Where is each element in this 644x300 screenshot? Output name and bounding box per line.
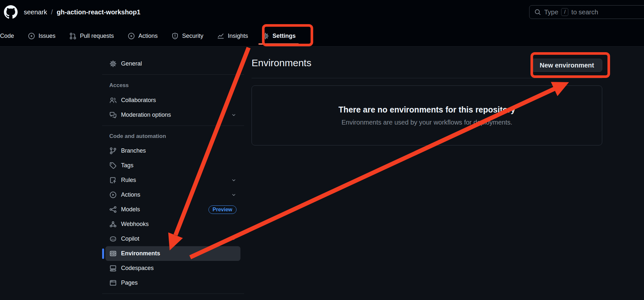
breadcrumb-repo[interactable]: gh-action-react-workshop1 (57, 8, 141, 16)
sidebar-item-label: General (121, 60, 142, 67)
sidebar-item-label: Moderation options (121, 112, 171, 118)
sidebar-item-label: Pages (121, 279, 138, 286)
sidebar-item-models[interactable]: Models Preview (105, 202, 240, 217)
sidebar-item-moderation-options[interactable]: Moderation options (105, 108, 240, 122)
sidebar-item-branches[interactable]: Branches (105, 143, 240, 158)
chevron-down-icon (231, 236, 237, 242)
graph-icon (217, 32, 224, 40)
git-branch-icon (109, 147, 117, 155)
empty-state-title: There are no environments for this repos… (339, 105, 515, 114)
selected-accent-bar (102, 248, 104, 259)
copilot-icon (109, 235, 117, 243)
chevron-down-icon (231, 177, 237, 183)
new-environment-button[interactable]: New environment (531, 59, 602, 72)
top-header: seenark / gh-action-react-workshop1 Type… (0, 0, 644, 47)
sidebar-item-label: Copilot (121, 235, 139, 242)
empty-state-description: Environments are used by your workflows … (342, 119, 513, 126)
tab-code[interactable]: Code (0, 25, 21, 46)
sidebar-divider (102, 293, 244, 294)
settings-sidebar: General Access Collaborators Moderation … (102, 55, 245, 294)
sidebar-item-label: Codespaces (121, 265, 154, 272)
slash-key-hint: / (561, 8, 568, 16)
tab-insights[interactable]: Insights (210, 25, 255, 46)
issue-opened-icon (28, 32, 35, 40)
sidebar-item-rules[interactable]: Rules (105, 173, 240, 188)
sidebar-item-environments[interactable]: Environments (105, 246, 240, 261)
breadcrumb-separator: / (51, 8, 53, 16)
git-pull-request-icon (69, 32, 77, 40)
shield-icon (171, 32, 179, 40)
codespaces-icon (109, 264, 117, 272)
breadcrumb-owner[interactable]: seenark (24, 8, 47, 16)
tab-settings[interactable]: Settings (255, 25, 302, 46)
tab-label: Insights (228, 33, 248, 39)
github-logo-icon[interactable] (4, 5, 18, 19)
gear-icon (109, 60, 117, 68)
sidebar-item-label: Environments (121, 250, 160, 257)
preview-badge: Preview (208, 205, 237, 214)
sidebar-section-access: Access (102, 81, 245, 90)
comment-discussion-icon (109, 111, 117, 119)
page-header: Environments New environment (252, 55, 602, 78)
sidebar-item-label: Rules (121, 177, 136, 184)
play-circle-icon (128, 32, 135, 40)
tab-label: Security (182, 33, 203, 39)
tag-icon (109, 162, 117, 169)
empty-state: There are no environments for this repos… (252, 85, 602, 145)
tab-label: Actions (138, 33, 158, 39)
sidebar-item-label: Collaborators (121, 97, 156, 104)
page: seenark / gh-action-react-workshop1 Type… (0, 0, 644, 300)
webhook-icon (109, 220, 117, 228)
sidebar-item-actions[interactable]: Actions (105, 188, 240, 202)
sidebar-item-label: Branches (121, 147, 146, 154)
browser-icon (109, 279, 117, 287)
search-placeholder-suffix: to search (571, 8, 598, 16)
search-input[interactable]: Type / to search (529, 5, 644, 19)
tab-pull-requests[interactable]: Pull requests (62, 25, 121, 46)
tab-actions[interactable]: Actions (121, 25, 164, 46)
sidebar-item-webhooks[interactable]: Webhooks (105, 217, 240, 232)
sidebar-item-label: Tags (121, 162, 133, 169)
tab-label: Pull requests (80, 33, 114, 39)
sidebar-item-copilot[interactable]: Copilot (105, 232, 240, 246)
sidebar-divider (102, 74, 244, 75)
sidebar-item-label: Webhooks (121, 221, 149, 228)
play-circle-icon (109, 191, 117, 199)
main-content: Environments New environment There are n… (252, 55, 602, 145)
models-icon (109, 206, 117, 213)
server-icon (109, 250, 117, 257)
sidebar-divider (102, 126, 244, 126)
sidebar-section-code-and-automation: Code and automation (102, 131, 245, 141)
sidebar-item-tags[interactable]: Tags (105, 158, 240, 173)
sidebar-item-label: Models (121, 206, 140, 213)
breadcrumb: seenark / gh-action-react-workshop1 (4, 5, 140, 19)
people-icon (109, 97, 117, 104)
rules-icon (109, 176, 117, 184)
sidebar-item-general[interactable]: General (105, 56, 240, 71)
sidebar-item-label: Actions (121, 191, 140, 198)
sidebar-item-codespaces[interactable]: Codespaces (105, 261, 240, 276)
tab-issues[interactable]: Issues (21, 25, 62, 46)
tab-label: Issues (38, 33, 55, 39)
sidebar-item-collaborators[interactable]: Collaborators (105, 93, 240, 108)
tab-security[interactable]: Security (164, 25, 210, 46)
repo-nav: Code Issues Pull requests Actions Securi… (0, 25, 302, 46)
tab-label: Settings (272, 33, 296, 39)
tab-label: Code (0, 33, 14, 39)
gear-icon (262, 32, 269, 40)
chevron-down-icon (231, 112, 237, 118)
chevron-down-icon (231, 192, 237, 198)
search-placeholder-prefix: Type (544, 8, 558, 16)
sidebar-item-pages[interactable]: Pages (105, 276, 240, 290)
search-icon (534, 8, 541, 16)
